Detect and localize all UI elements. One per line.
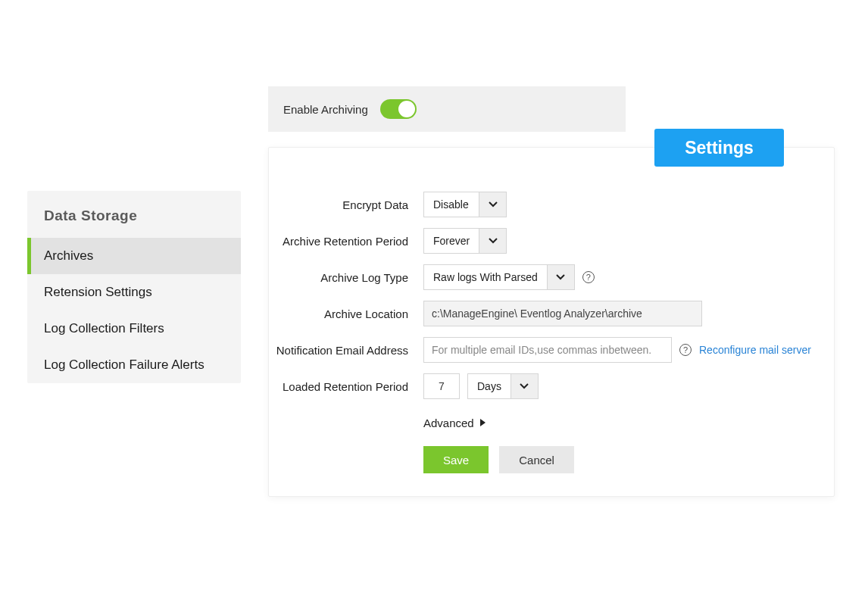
settings-tab-label: Settings xyxy=(685,138,754,158)
caret-right-icon xyxy=(480,419,486,426)
archive-log-type-select[interactable]: Raw logs With Parsed xyxy=(423,264,575,290)
row-archive-location: Archive Location xyxy=(269,301,834,326)
advanced-toggle[interactable]: Advanced xyxy=(423,417,486,429)
archive-log-type-label: Archive Log Type xyxy=(269,271,423,284)
sidebar-title: Data Storage xyxy=(27,191,241,238)
sidebar-item-log-collection-filters[interactable]: Log Collection Filters xyxy=(27,311,241,347)
help-icon[interactable]: ? xyxy=(679,344,692,356)
sidebar-item-archives[interactable]: Archives xyxy=(27,238,241,274)
cancel-button[interactable]: Cancel xyxy=(499,446,574,473)
chevron-down-icon xyxy=(510,374,538,398)
reconfigure-mail-server-link[interactable]: Reconfigure mail server xyxy=(699,344,811,356)
row-archive-log-type: Archive Log Type Raw logs With Parsed ? xyxy=(269,264,834,290)
encrypt-data-value: Disable xyxy=(424,192,479,217)
chevron-down-icon xyxy=(479,229,506,253)
help-icon[interactable]: ? xyxy=(582,271,595,283)
enable-archiving-bar: Enable Archiving xyxy=(268,86,626,132)
chevron-down-icon xyxy=(479,192,506,217)
sidebar-item-label: Retension Settings xyxy=(44,285,152,299)
notification-email-input[interactable] xyxy=(423,337,672,363)
notification-email-label: Notification Email Address xyxy=(269,344,423,357)
loaded-retention-label: Loaded Retention Period xyxy=(269,380,423,393)
sidebar-item-label: Log Collection Filters xyxy=(44,321,164,336)
sidebar-item-log-collection-failure-alerts[interactable]: Log Collection Failure Alerts xyxy=(27,347,241,383)
row-notification-email: Notification Email Address ? Reconfigure… xyxy=(269,337,834,363)
row-buttons: Save Cancel xyxy=(269,446,834,473)
archive-retention-value: Forever xyxy=(424,229,479,253)
sidebar-item-label: Log Collection Failure Alerts xyxy=(44,357,205,372)
row-encrypt-data: Encrypt Data Disable xyxy=(269,192,834,217)
loaded-retention-input[interactable] xyxy=(423,373,460,399)
archive-retention-select[interactable]: Forever xyxy=(423,228,507,254)
settings-panel: Encrypt Data Disable Archive Retention P… xyxy=(268,147,835,497)
sidebar-item-retension-settings[interactable]: Retension Settings xyxy=(27,274,241,311)
archive-location-input[interactable] xyxy=(423,301,702,326)
loaded-retention-unit-select[interactable]: Days xyxy=(467,373,539,399)
save-button[interactable]: Save xyxy=(423,446,489,473)
row-archive-retention: Archive Retention Period Forever xyxy=(269,228,834,254)
row-loaded-retention: Loaded Retention Period Days xyxy=(269,373,834,399)
sidebar-item-label: Archives xyxy=(44,248,93,263)
archive-retention-label: Archive Retention Period xyxy=(269,235,423,248)
row-advanced: Advanced xyxy=(269,410,834,435)
sidebar: Data Storage Archives Retension Settings… xyxy=(27,191,241,383)
encrypt-data-select[interactable]: Disable xyxy=(423,192,507,217)
archive-log-type-value: Raw logs With Parsed xyxy=(424,265,547,289)
chevron-down-icon xyxy=(547,265,574,289)
enable-archiving-toggle[interactable] xyxy=(380,99,417,119)
advanced-label: Advanced xyxy=(423,417,474,429)
archive-location-label: Archive Location xyxy=(269,307,423,320)
encrypt-data-label: Encrypt Data xyxy=(269,198,423,211)
loaded-retention-unit-value: Days xyxy=(468,374,510,398)
enable-archiving-label: Enable Archiving xyxy=(283,103,368,116)
settings-tab[interactable]: Settings xyxy=(654,129,784,167)
